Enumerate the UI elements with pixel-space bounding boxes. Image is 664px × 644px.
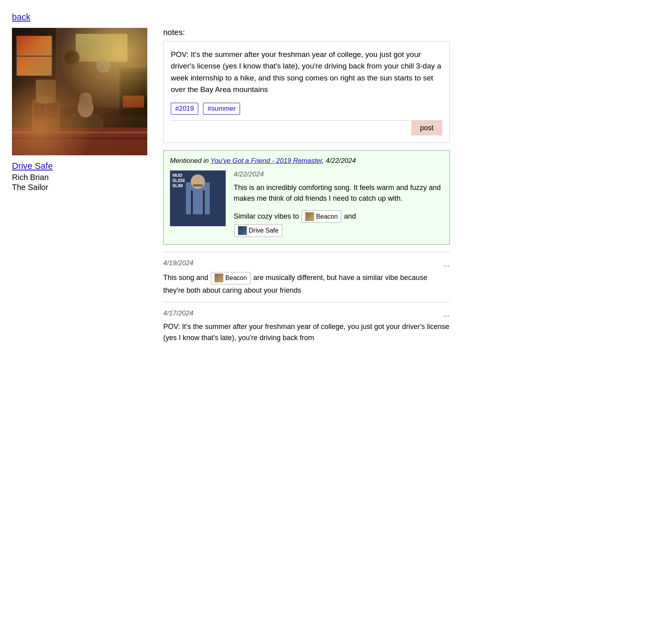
svg-rect-19 [47, 104, 58, 117]
svg-rect-17 [32, 100, 60, 131]
svg-rect-30 [193, 184, 203, 186]
note-date-1: 4/17/2024 [163, 309, 450, 317]
mention-album-text-overlay: MUDSLIDESLIM [172, 173, 185, 189]
note-menu-0[interactable]: ... [443, 259, 450, 268]
svg-rect-1 [16, 36, 52, 76]
notes-text: POV: It's the summer after your freshman… [171, 49, 442, 96]
tag-summer[interactable]: #summer [203, 103, 240, 115]
mention-comma: , [322, 157, 326, 164]
album-cover [12, 28, 147, 155]
mention-header: Mentioned in You've Got a Friend - 2019 … [170, 157, 443, 165]
svg-point-27 [191, 174, 205, 189]
mention-entry-date: 4/22/2024 [234, 170, 443, 178]
notes-box: POV: It's the summer after your freshman… [163, 41, 450, 143]
song-title[interactable]: Drive Safe [12, 161, 147, 171]
beacon-thumb-1 [305, 212, 314, 221]
mention-card: Mentioned in You've Got a Friend - 2019 … [163, 150, 450, 245]
album-name: The Sailor [12, 183, 147, 192]
svg-point-7 [82, 39, 117, 55]
mention-song-link[interactable]: You've Got a Friend - 2019 Remaster [211, 157, 322, 164]
svg-rect-5 [56, 28, 147, 108]
svg-rect-2 [16, 36, 17, 76]
note-menu-1[interactable]: ... [443, 309, 450, 319]
beacon-label-1: Beacon [316, 211, 338, 222]
drive-safe-thumb [238, 226, 247, 235]
svg-rect-4 [16, 56, 53, 57]
note-text-0: This song and Beacon are musically diffe… [163, 271, 450, 296]
mention-prefix: Mentioned in [170, 157, 211, 164]
svg-rect-15 [12, 131, 147, 133]
drive-safe-label: Drive Safe [249, 225, 279, 236]
svg-point-11 [64, 112, 104, 135]
and-text: and [344, 212, 356, 220]
svg-rect-3 [52, 36, 53, 76]
artist-name: Rich Brian [12, 173, 147, 182]
mention-content: 4/22/2024 This is an incredibly comforti… [234, 170, 443, 238]
svg-rect-6 [76, 34, 127, 62]
right-column: notes: POV: It's the summer after your f… [163, 28, 450, 349]
post-row: post [171, 120, 442, 135]
beacon-label-2: Beacon [225, 273, 247, 283]
svg-point-20 [36, 96, 56, 104]
beacon-thumb-2 [215, 274, 223, 282]
note-entry-1: 4/17/2024 ... POV: It's the summer after… [163, 302, 450, 349]
album-cover-image [12, 28, 147, 155]
mention-body: MUDSLIDESLIM 4/22/2024 This is an incred… [170, 170, 443, 238]
song-chip-drive-safe[interactable]: Drive Safe [234, 224, 282, 237]
note-input[interactable] [171, 121, 411, 135]
tag-2019[interactable]: #2019 [171, 103, 198, 115]
svg-point-13 [79, 92, 92, 105]
svg-rect-18 [34, 104, 45, 117]
note-entry-0: 4/19/2024 ... This song and Beacon are m… [163, 252, 450, 302]
svg-point-8 [96, 59, 111, 73]
svg-rect-21 [36, 80, 56, 100]
mention-album-thumb: MUDSLIDESLIM [170, 170, 226, 226]
notes-label: notes: [163, 28, 450, 37]
note-date-0: 4/19/2024 [163, 259, 450, 267]
mention-date: 4/22/2024 [326, 157, 356, 164]
svg-rect-23 [121, 72, 145, 108]
cover-art-svg [12, 28, 147, 155]
left-column: Drive Safe Rich Brian The Sailor [12, 28, 147, 349]
svg-point-10 [65, 51, 78, 64]
svg-point-12 [78, 98, 94, 117]
mention-entry-text: This is an incredibly comforting song. I… [234, 182, 443, 204]
svg-rect-16 [12, 137, 147, 139]
svg-rect-14 [12, 127, 147, 155]
similar-prefix: Similar cozy vibes to [234, 212, 301, 220]
mention-card-wrapper: Mentioned in You've Got a Friend - 2019 … [163, 150, 450, 245]
back-link[interactable]: back [12, 12, 652, 22]
tags-container: #2019 #summer [171, 103, 442, 115]
note-text-1: POV: It's the summer after your freshman… [163, 321, 450, 344]
similar-vibes: Similar cozy vibes to Beacon and Drive S… [234, 209, 443, 238]
svg-rect-24 [123, 96, 144, 108]
main-layout: Drive Safe Rich Brian The Sailor notes: … [12, 28, 450, 349]
svg-rect-0 [12, 28, 147, 155]
svg-rect-22 [119, 68, 147, 115]
post-button[interactable]: post [411, 121, 442, 135]
svg-point-9 [64, 50, 80, 66]
song-chip-beacon-2[interactable]: Beacon [211, 272, 250, 284]
song-chip-beacon-1[interactable]: Beacon [302, 210, 341, 223]
